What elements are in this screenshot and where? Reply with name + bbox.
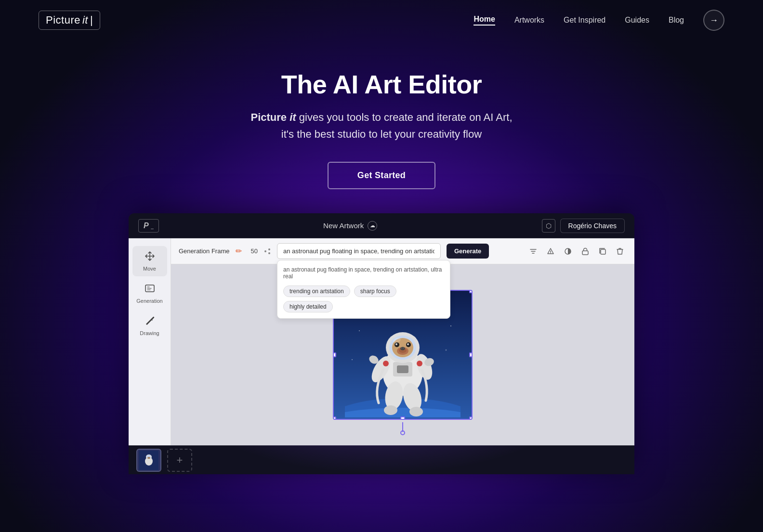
svg-point-42	[383, 361, 389, 366]
nav-home[interactable]: Home	[474, 15, 495, 26]
svg-point-40	[384, 405, 397, 415]
delete-icon[interactable]	[613, 245, 627, 258]
thumbnail-astronaut-icon	[139, 451, 158, 470]
svg-point-4	[550, 253, 551, 254]
svg-point-27	[401, 348, 402, 349]
lock-icon[interactable]	[579, 245, 592, 258]
app-bottom-bar: +	[129, 445, 634, 474]
nav-guides[interactable]: Guides	[625, 16, 649, 25]
canvas-area: Generation Frame ✏ 50 an astronaut pug f…	[171, 238, 634, 445]
prompt-input-container: an astronaut pug floating in space, tren…	[277, 243, 441, 259]
selection-handle-mr[interactable]	[469, 352, 473, 357]
svg-rect-6	[582, 251, 588, 255]
prompt-input[interactable]	[277, 243, 441, 259]
selection-handle-tr[interactable]	[469, 290, 473, 293]
app-preview: P _ New Artwork ☁ ⬡ Rogério Chaves	[129, 213, 634, 474]
tool-move[interactable]: Move	[132, 246, 167, 276]
left-toolbar: Move Generation	[129, 238, 171, 445]
user-menu[interactable]: Rogério Chaves	[560, 219, 625, 233]
filter-icon[interactable]	[526, 245, 540, 258]
move-icon	[145, 251, 155, 264]
prompt-suggestions: an astronaut pug floating in space, tren…	[277, 260, 450, 319]
svg-point-15	[352, 359, 353, 360]
share-icon[interactable]: ⬡	[542, 219, 555, 233]
selection-handle-ml[interactable]	[333, 352, 336, 357]
svg-point-43	[417, 361, 422, 366]
hero-brand: Picture it	[251, 111, 296, 123]
svg-point-31	[395, 343, 397, 345]
svg-point-48	[147, 457, 150, 459]
toolbar-right-icons	[526, 245, 627, 258]
nav-blog[interactable]: Blog	[669, 16, 684, 25]
cloud-icon: ☁	[368, 221, 377, 231]
tool-generation[interactable]: Generation	[132, 278, 167, 309]
svg-point-26	[400, 347, 405, 350]
svg-point-28	[403, 348, 404, 349]
hero-section: The AI Art Editor Picture it gives you t…	[0, 40, 763, 213]
tool-drawing[interactable]: Drawing	[132, 311, 167, 341]
selection-handle-bc[interactable]	[400, 416, 405, 420]
logo-text: Picture	[46, 14, 80, 26]
warning-icon[interactable]	[544, 245, 557, 258]
nav-get-inspired[interactable]: Get Inspired	[564, 16, 605, 25]
suggestions-row: trending on artstation sharp focus highl…	[283, 285, 444, 312]
get-started-button[interactable]: Get Started	[328, 162, 435, 189]
pencil-edit-icon: ✏	[236, 247, 245, 256]
hero-subtitle-text: gives you tools to create and iterate on…	[281, 111, 513, 140]
selection-handle-br[interactable]	[469, 416, 473, 420]
contrast-icon[interactable]	[561, 245, 575, 258]
generation-icon	[145, 283, 155, 296]
svg-point-14	[446, 350, 447, 351]
app-topbar: P _ New Artwork ☁ ⬡ Rogério Chaves	[129, 213, 634, 238]
header: Picture it | Home Artworks Get Inspired …	[0, 0, 763, 40]
generate-button[interactable]: Generate	[447, 244, 489, 259]
app-new-artwork-label: New Artwork	[323, 221, 364, 230]
main-nav: Home Artworks Get Inspired Guides Blog →	[474, 10, 724, 31]
add-frame-button[interactable]: +	[167, 449, 192, 472]
svg-point-12	[359, 330, 360, 331]
logo-it: it	[82, 14, 88, 26]
logo: Picture it |	[39, 11, 100, 30]
suggestion-sharp[interactable]: sharp focus	[354, 285, 396, 297]
hero-title: The AI Art Editor	[10, 69, 753, 99]
svg-point-13	[450, 325, 451, 326]
prompt-preview-text: an astronaut pug floating in space, tren…	[283, 266, 444, 280]
svg-rect-7	[601, 249, 605, 254]
prompt-bar: Generation Frame ✏ 50 an astronaut pug f…	[171, 238, 634, 264]
logo-cursor: |	[90, 14, 93, 26]
move-label: Move	[143, 266, 156, 272]
login-button[interactable]: →	[703, 10, 724, 31]
svg-point-3	[268, 252, 270, 254]
svg-point-32	[407, 343, 409, 345]
drawing-icon	[145, 315, 155, 328]
app-logo-icon: P _	[138, 219, 159, 233]
svg-rect-20	[397, 365, 408, 373]
duplicate-icon[interactable]	[596, 245, 609, 258]
prompt-number: 50	[251, 247, 258, 255]
config-icon	[263, 247, 271, 255]
svg-point-1	[264, 250, 266, 252]
svg-point-2	[268, 248, 270, 250]
thumbnail-1[interactable]	[136, 449, 161, 472]
drawing-label: Drawing	[140, 330, 159, 336]
app-logo-underscore: _	[151, 224, 154, 229]
app-logo-p: P	[144, 221, 149, 230]
hero-subtitle: Picture it gives you tools to create and…	[10, 109, 753, 143]
app-body: Move Generation	[129, 238, 634, 445]
nav-artworks[interactable]: Artworks	[514, 16, 544, 25]
suggestion-trending[interactable]: trending on artstation	[283, 285, 350, 297]
user-name: Rogério Chaves	[568, 222, 617, 230]
gen-frame-label: Generation Frame	[179, 247, 230, 255]
app-title-area: New Artwork ☁	[323, 221, 377, 231]
svg-point-41	[409, 407, 423, 416]
generation-label: Generation	[136, 298, 162, 304]
selection-handle-bl[interactable]	[333, 416, 336, 420]
suggestion-detailed[interactable]: highly detailed	[283, 301, 333, 312]
arrow-right-icon: →	[710, 15, 718, 26]
